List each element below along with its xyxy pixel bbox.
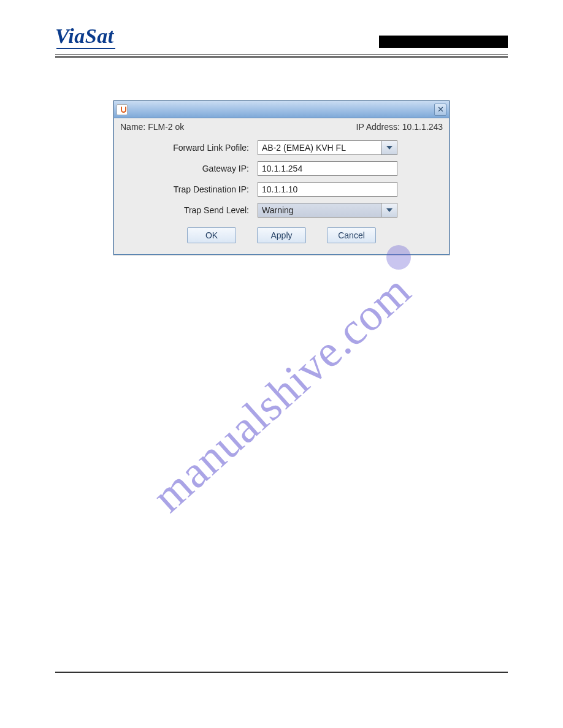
trap-destination-ip-label: Trap Destination IP: (126, 184, 258, 194)
close-icon[interactable]: ✕ (434, 104, 446, 116)
forward-link-profile-input[interactable] (258, 140, 381, 155)
forward-link-profile-combo[interactable] (258, 140, 397, 155)
ok-button[interactable]: OK (187, 227, 236, 243)
row-forward-link-profile: Forward Link Pofile: (126, 140, 437, 155)
trap-send-level-combo[interactable] (258, 203, 397, 218)
java-icon (117, 104, 128, 115)
ip-display: IP Address: 10.1.1.243 (356, 122, 443, 132)
row-trap-send-level: Trap Send Level: (126, 203, 437, 218)
row-gateway-ip: Gateway IP: (126, 161, 437, 176)
watermark-text: manualshive.com (142, 264, 421, 522)
config-dialog: ✕ Name: FLM-2 ok IP Address: 10.1.1.243 … (113, 100, 450, 255)
trap-send-level-label: Trap Send Level: (126, 205, 258, 215)
header-black-bar (379, 36, 508, 48)
ip-label: IP Address: (356, 122, 400, 132)
dialog-form: Forward Link Pofile: Gateway IP: Trap De… (114, 137, 449, 254)
viasat-logo: ViaSat (55, 25, 114, 48)
footer-rule (55, 672, 508, 673)
ip-value: 10.1.1.243 (402, 122, 443, 132)
apply-button[interactable]: Apply (257, 227, 306, 243)
dialog-info-bar: Name: FLM-2 ok IP Address: 10.1.1.243 (114, 118, 449, 137)
row-trap-destination-ip: Trap Destination IP: (126, 182, 437, 197)
name-display: Name: FLM-2 ok (120, 122, 184, 132)
dialog-titlebar: ✕ (114, 101, 449, 118)
cancel-button[interactable]: Cancel (327, 227, 376, 243)
gateway-ip-input[interactable] (258, 161, 397, 176)
header-rule (55, 54, 508, 55)
trap-send-level-input[interactable] (258, 203, 381, 218)
header-rule-thick (55, 56, 508, 58)
gateway-ip-label: Gateway IP: (126, 164, 258, 173)
chevron-down-icon[interactable] (381, 203, 397, 218)
name-value: FLM-2 ok (148, 122, 184, 132)
trap-destination-ip-input[interactable] (258, 182, 397, 197)
name-label: Name: (120, 122, 145, 132)
dialog-button-row: OK Apply Cancel (126, 227, 437, 243)
forward-link-profile-label: Forward Link Pofile: (126, 143, 258, 153)
page-header: ViaSat (55, 25, 508, 51)
chevron-down-icon[interactable] (381, 140, 397, 155)
